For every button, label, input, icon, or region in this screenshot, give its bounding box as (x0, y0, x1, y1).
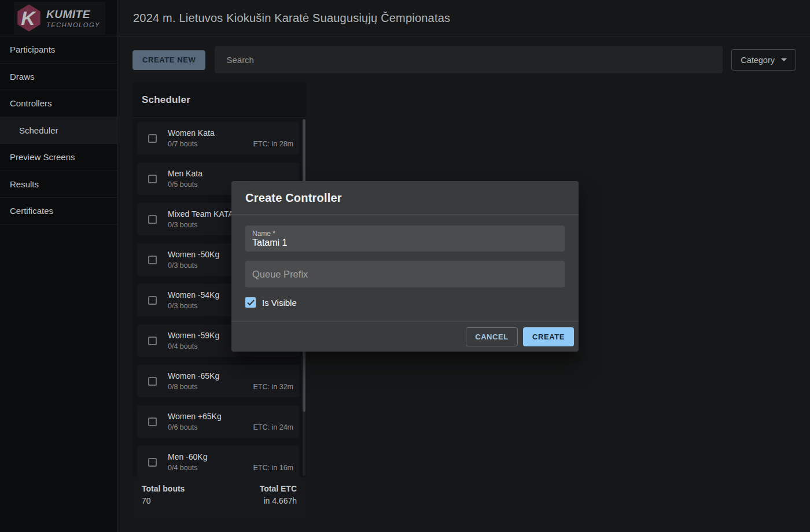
queue-prefix-field (245, 261, 565, 287)
cancel-button[interactable]: CANCEL (466, 327, 518, 346)
is-visible-label: Is Visible (262, 298, 297, 308)
name-input[interactable] (252, 237, 558, 249)
is-visible-checkbox[interactable] (245, 297, 256, 308)
name-field-label: Name * (252, 230, 275, 238)
check-icon (247, 300, 255, 306)
name-field: Name * (245, 226, 565, 252)
queue-prefix-input[interactable] (245, 261, 565, 287)
dialog-header: Create Controller (231, 181, 579, 215)
create-button[interactable]: CREATE (523, 327, 574, 346)
dialog-title: Create Controller (245, 191, 565, 205)
create-controller-dialog: Create Controller Name * Is Visible CANC… (231, 181, 579, 352)
is-visible-row[interactable]: Is Visible (245, 297, 565, 308)
dialog-actions: CANCEL CREATE (231, 322, 579, 352)
dialog-body: Name * Is Visible (231, 215, 579, 322)
